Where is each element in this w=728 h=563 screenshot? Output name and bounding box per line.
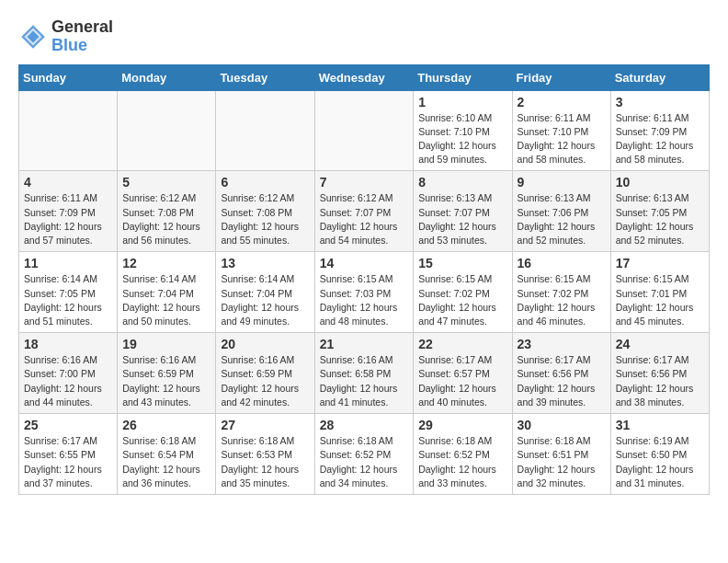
calendar-cell: 30Sunrise: 6:18 AM Sunset: 6:51 PM Dayli… <box>512 414 610 495</box>
weekday-monday: Monday <box>118 64 216 90</box>
logo: General Blue <box>18 18 113 55</box>
weekday-friday: Friday <box>512 64 610 90</box>
calendar-cell: 5Sunrise: 6:12 AM Sunset: 7:08 PM Daylig… <box>118 171 216 252</box>
weekday-wednesday: Wednesday <box>314 64 414 90</box>
day-number: 16 <box>518 256 606 270</box>
weekday-sunday: Sunday <box>19 64 118 90</box>
calendar-cell: 26Sunrise: 6:18 AM Sunset: 6:54 PM Dayli… <box>118 414 216 495</box>
week-row-2: 4Sunrise: 6:11 AM Sunset: 7:09 PM Daylig… <box>19 171 710 252</box>
week-row-1: 1Sunrise: 6:10 AM Sunset: 7:10 PM Daylig… <box>19 90 710 171</box>
day-number: 24 <box>616 337 704 351</box>
calendar-cell: 17Sunrise: 6:15 AM Sunset: 7:01 PM Dayli… <box>610 252 709 333</box>
calendar-cell <box>314 90 414 171</box>
calendar-cell: 11Sunrise: 6:14 AM Sunset: 7:05 PM Dayli… <box>19 252 118 333</box>
day-info: Sunrise: 6:13 AM Sunset: 7:06 PM Dayligh… <box>518 191 606 247</box>
day-number: 10 <box>616 175 704 190</box>
day-number: 28 <box>320 418 409 432</box>
day-info: Sunrise: 6:13 AM Sunset: 7:07 PM Dayligh… <box>418 191 506 247</box>
day-number: 19 <box>122 337 210 351</box>
calendar-cell: 13Sunrise: 6:14 AM Sunset: 7:04 PM Dayli… <box>216 252 314 333</box>
day-number: 3 <box>616 95 704 109</box>
day-number: 22 <box>418 337 506 351</box>
day-number: 8 <box>418 175 506 190</box>
day-number: 4 <box>24 175 112 190</box>
calendar-cell <box>216 90 314 171</box>
calendar-cell: 15Sunrise: 6:15 AM Sunset: 7:02 PM Dayli… <box>414 252 512 333</box>
day-info: Sunrise: 6:12 AM Sunset: 7:08 PM Dayligh… <box>122 191 210 247</box>
calendar-cell: 22Sunrise: 6:17 AM Sunset: 6:57 PM Dayli… <box>414 333 512 414</box>
day-info: Sunrise: 6:16 AM Sunset: 6:59 PM Dayligh… <box>122 353 210 409</box>
calendar-cell: 20Sunrise: 6:16 AM Sunset: 6:59 PM Dayli… <box>216 333 314 414</box>
day-info: Sunrise: 6:14 AM Sunset: 7:04 PM Dayligh… <box>221 272 309 328</box>
week-row-3: 11Sunrise: 6:14 AM Sunset: 7:05 PM Dayli… <box>19 252 710 333</box>
day-number: 21 <box>320 337 409 351</box>
calendar-cell: 25Sunrise: 6:17 AM Sunset: 6:55 PM Dayli… <box>19 414 118 495</box>
weekday-header-row: SundayMondayTuesdayWednesdayThursdayFrid… <box>19 64 710 90</box>
day-number: 18 <box>24 337 112 351</box>
day-number: 5 <box>122 175 210 190</box>
day-info: Sunrise: 6:17 AM Sunset: 6:56 PM Dayligh… <box>518 353 606 409</box>
calendar-cell: 16Sunrise: 6:15 AM Sunset: 7:02 PM Dayli… <box>512 252 610 333</box>
calendar-cell: 6Sunrise: 6:12 AM Sunset: 7:08 PM Daylig… <box>216 171 314 252</box>
weekday-thursday: Thursday <box>414 64 512 90</box>
calendar-cell: 18Sunrise: 6:16 AM Sunset: 7:00 PM Dayli… <box>19 333 118 414</box>
calendar-cell: 1Sunrise: 6:10 AM Sunset: 7:10 PM Daylig… <box>414 90 512 171</box>
calendar-cell: 14Sunrise: 6:15 AM Sunset: 7:03 PM Dayli… <box>314 252 414 333</box>
day-info: Sunrise: 6:10 AM Sunset: 7:10 PM Dayligh… <box>418 111 506 167</box>
day-info: Sunrise: 6:15 AM Sunset: 7:02 PM Dayligh… <box>518 272 606 328</box>
week-row-5: 25Sunrise: 6:17 AM Sunset: 6:55 PM Dayli… <box>19 414 710 495</box>
day-info: Sunrise: 6:11 AM Sunset: 7:10 PM Dayligh… <box>518 111 606 167</box>
day-number: 2 <box>518 95 606 109</box>
day-number: 17 <box>616 256 704 270</box>
logo-icon <box>18 22 48 52</box>
day-number: 13 <box>221 256 309 270</box>
calendar-cell: 28Sunrise: 6:18 AM Sunset: 6:52 PM Dayli… <box>314 414 414 495</box>
day-info: Sunrise: 6:17 AM Sunset: 6:55 PM Dayligh… <box>24 434 112 490</box>
day-info: Sunrise: 6:12 AM Sunset: 7:08 PM Dayligh… <box>221 191 309 247</box>
calendar-cell <box>19 90 118 171</box>
page-header: General Blue <box>18 18 710 55</box>
day-info: Sunrise: 6:11 AM Sunset: 7:09 PM Dayligh… <box>616 111 704 167</box>
day-info: Sunrise: 6:16 AM Sunset: 6:58 PM Dayligh… <box>320 353 409 409</box>
logo-text: General Blue <box>51 18 113 55</box>
day-info: Sunrise: 6:16 AM Sunset: 7:00 PM Dayligh… <box>24 353 112 409</box>
calendar-cell: 10Sunrise: 6:13 AM Sunset: 7:05 PM Dayli… <box>610 171 709 252</box>
day-info: Sunrise: 6:15 AM Sunset: 7:02 PM Dayligh… <box>418 272 506 328</box>
calendar-cell: 29Sunrise: 6:18 AM Sunset: 6:52 PM Dayli… <box>414 414 512 495</box>
day-info: Sunrise: 6:18 AM Sunset: 6:51 PM Dayligh… <box>518 434 606 490</box>
day-info: Sunrise: 6:13 AM Sunset: 7:05 PM Dayligh… <box>616 191 704 247</box>
day-number: 26 <box>122 418 210 432</box>
day-number: 23 <box>518 337 606 351</box>
day-number: 1 <box>418 95 506 109</box>
calendar-cell: 23Sunrise: 6:17 AM Sunset: 6:56 PM Dayli… <box>512 333 610 414</box>
day-number: 20 <box>221 337 309 351</box>
calendar-cell: 8Sunrise: 6:13 AM Sunset: 7:07 PM Daylig… <box>414 171 512 252</box>
calendar-cell: 24Sunrise: 6:17 AM Sunset: 6:56 PM Dayli… <box>610 333 709 414</box>
day-info: Sunrise: 6:14 AM Sunset: 7:04 PM Dayligh… <box>122 272 210 328</box>
calendar-cell: 12Sunrise: 6:14 AM Sunset: 7:04 PM Dayli… <box>118 252 216 333</box>
weekday-saturday: Saturday <box>610 64 709 90</box>
day-info: Sunrise: 6:18 AM Sunset: 6:52 PM Dayligh… <box>320 434 409 490</box>
calendar-cell: 27Sunrise: 6:18 AM Sunset: 6:53 PM Dayli… <box>216 414 314 495</box>
day-number: 29 <box>418 418 506 432</box>
day-number: 11 <box>24 256 112 270</box>
calendar-cell: 9Sunrise: 6:13 AM Sunset: 7:06 PM Daylig… <box>512 171 610 252</box>
day-info: Sunrise: 6:17 AM Sunset: 6:57 PM Dayligh… <box>418 353 506 409</box>
calendar-cell: 31Sunrise: 6:19 AM Sunset: 6:50 PM Dayli… <box>610 414 709 495</box>
day-info: Sunrise: 6:17 AM Sunset: 6:56 PM Dayligh… <box>616 353 704 409</box>
day-number: 31 <box>616 418 704 432</box>
day-info: Sunrise: 6:18 AM Sunset: 6:53 PM Dayligh… <box>221 434 309 490</box>
day-info: Sunrise: 6:16 AM Sunset: 6:59 PM Dayligh… <box>221 353 309 409</box>
day-info: Sunrise: 6:19 AM Sunset: 6:50 PM Dayligh… <box>616 434 704 490</box>
day-number: 25 <box>24 418 112 432</box>
day-number: 12 <box>122 256 210 270</box>
calendar-body: 1Sunrise: 6:10 AM Sunset: 7:10 PM Daylig… <box>19 90 710 494</box>
day-info: Sunrise: 6:14 AM Sunset: 7:05 PM Dayligh… <box>24 272 112 328</box>
calendar-cell: 4Sunrise: 6:11 AM Sunset: 7:09 PM Daylig… <box>19 171 118 252</box>
day-info: Sunrise: 6:18 AM Sunset: 6:54 PM Dayligh… <box>122 434 210 490</box>
week-row-4: 18Sunrise: 6:16 AM Sunset: 7:00 PM Dayli… <box>19 333 710 414</box>
day-info: Sunrise: 6:12 AM Sunset: 7:07 PM Dayligh… <box>320 191 409 247</box>
calendar-cell: 21Sunrise: 6:16 AM Sunset: 6:58 PM Dayli… <box>314 333 414 414</box>
day-info: Sunrise: 6:11 AM Sunset: 7:09 PM Dayligh… <box>24 191 112 247</box>
day-number: 14 <box>320 256 409 270</box>
